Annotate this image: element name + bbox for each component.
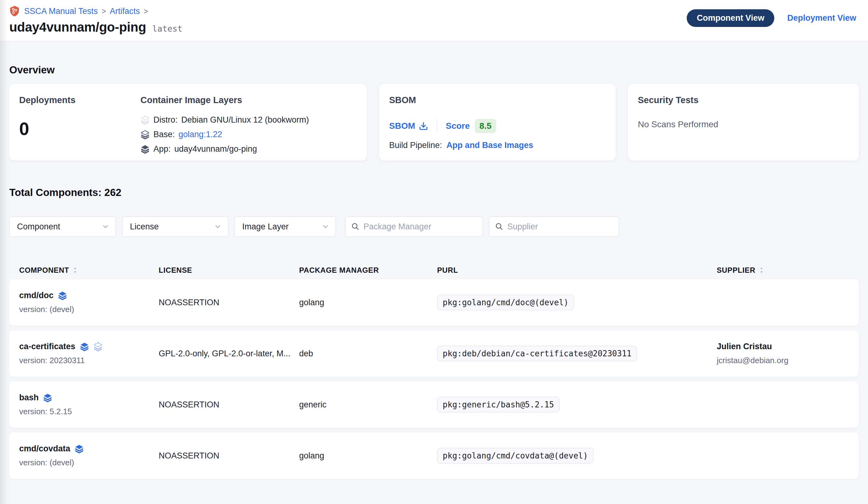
image-layer-filter-dropdown[interactable]: Image Layer — [235, 216, 336, 237]
purl-chip[interactable]: pkg:golang/cmd/covdata@(devel) — [437, 448, 593, 463]
deployments-count: 0 — [19, 118, 141, 139]
column-header-purl: PURL — [437, 266, 717, 275]
column-header-component-label: COMPONENT — [19, 266, 69, 275]
license-filter-dropdown[interactable]: License — [122, 216, 228, 237]
license-cell: NOASSERTION — [159, 298, 299, 308]
table-row-ca-certificates[interactable]: ca-certificates version: 20230311 GPL-2.… — [9, 330, 859, 377]
column-header-license: LICENSE — [159, 266, 299, 275]
package-manager-cell: generic — [299, 400, 437, 410]
breadcrumb-link-artifacts[interactable]: Artifacts — [110, 7, 140, 16]
table-row-cmd-covdata[interactable]: cmd/covdata version: (devel) NOASSERTION… — [9, 433, 859, 479]
sbom-score-badge: 8.5 — [475, 119, 496, 133]
ssca-shield-logo-icon — [9, 6, 20, 17]
build-pipeline-link[interactable]: App and Base Images — [446, 141, 533, 150]
container-image-layers-title: Container Image Layers — [141, 95, 309, 105]
app-layer-icon — [74, 444, 84, 454]
chevron-down-icon — [102, 223, 110, 231]
component-name: cmd/doc — [19, 291, 53, 300]
table-row-cmd-doc[interactable]: cmd/doc version: (devel) NOASSERTION gol… — [9, 279, 859, 326]
sbom-download-label: SBOM — [389, 121, 415, 131]
table-row-bash[interactable]: bash version: 5.2.15 NOASSERTION generic… — [9, 381, 859, 428]
component-view-button[interactable]: Component View — [687, 9, 774, 27]
app-layer-icon — [43, 393, 52, 402]
breadcrumb-separator: > — [101, 7, 107, 16]
package-manager-search-input[interactable] — [363, 222, 477, 232]
column-header-supplier[interactable]: SUPPLIER — [717, 266, 849, 275]
base-image-link[interactable]: golang:1.22 — [178, 130, 222, 139]
security-tests-status: No Scans Performed — [638, 120, 849, 129]
chevron-down-icon — [214, 223, 222, 231]
app-label: App: — [153, 144, 171, 154]
filters-bar: Component License Image Layer — [9, 216, 859, 237]
artifact-tag: latest — [152, 24, 183, 33]
license-cell: NOASSERTION — [159, 400, 299, 410]
sort-icon[interactable] — [72, 266, 78, 274]
divider — [437, 119, 437, 133]
sbom-download-link[interactable]: SBOM — [389, 121, 428, 131]
app-layer-icon — [141, 144, 150, 154]
sbom-card: SBOM SBOM Score 8.5 Build Pipeline: App … — [379, 84, 616, 161]
distro-layer-icon — [141, 115, 150, 125]
view-toggle: Component View Deployment View — [687, 9, 856, 27]
column-header-purl-label: PURL — [437, 266, 458, 275]
app-layer-icon — [58, 291, 67, 300]
security-tests-card: Security Tests No Scans Performed — [628, 84, 859, 161]
component-name: ca-certificates — [19, 342, 75, 351]
distro-layer-row: Distro: Debian GNU/Linux 12 (bookworm) — [141, 115, 309, 125]
page-title: uday4vunnam/go-ping — [9, 20, 146, 35]
chevron-down-icon — [321, 223, 329, 231]
distro-layer-icon — [93, 342, 103, 351]
column-header-component[interactable]: COMPONENT — [19, 266, 159, 275]
license-cell: NOASSERTION — [159, 451, 299, 461]
package-manager-cell: golang — [299, 451, 437, 461]
distro-label: Distro: — [153, 115, 177, 125]
column-header-package-manager-label: PACKAGE MANAGER — [299, 266, 379, 275]
deployments-and-layers-card: Deployments 0 Container Image Layers Dis… — [9, 84, 367, 161]
column-header-license-label: LICENSE — [159, 266, 192, 275]
base-label: Base: — [153, 130, 175, 139]
component-version: version: (devel) — [19, 458, 159, 467]
base-layer-icon — [141, 130, 150, 139]
components-table-header: COMPONENT LICENSE PACKAGE MANAGER PURL S… — [9, 266, 859, 275]
base-layer-row: Base: golang:1.22 — [141, 130, 309, 139]
component-version: version: 20230311 — [19, 356, 159, 365]
total-components-heading: Total Components: 262 — [9, 187, 859, 199]
column-header-supplier-label: SUPPLIER — [717, 266, 755, 275]
overview-heading: Overview — [9, 64, 859, 76]
package-manager-search — [345, 216, 483, 237]
column-header-package-manager: PACKAGE MANAGER — [299, 266, 437, 275]
search-icon — [495, 222, 504, 231]
package-manager-cell: deb — [299, 349, 437, 359]
deployments-label: Deployments — [19, 95, 141, 105]
build-pipeline-label: Build Pipeline: — [389, 141, 442, 150]
sort-icon[interactable] — [758, 266, 765, 274]
sbom-score-label: Score — [446, 121, 470, 131]
purl-chip[interactable]: pkg:deb/debian/ca-certificates@20230311 — [437, 346, 637, 361]
security-tests-title: Security Tests — [638, 95, 849, 105]
component-version: version: (devel) — [19, 305, 159, 314]
app-value: uday4vunnam/go-ping — [175, 144, 257, 154]
search-icon — [351, 222, 360, 231]
component-filter-dropdown[interactable]: Component — [9, 216, 116, 237]
app-layer-row: App: uday4vunnam/go-ping — [141, 144, 309, 154]
license-cell: GPL-2.0-only, GPL-2.0-or-later, M... — [159, 349, 299, 359]
supplier-email: jcristau@debian.org — [717, 356, 849, 365]
supplier-search — [489, 216, 619, 237]
deployment-view-button[interactable]: Deployment View — [787, 13, 856, 23]
page-header: SSCA Manual Tests > Artifacts > uday4vun… — [0, 0, 868, 41]
download-icon — [419, 121, 428, 131]
supplier-name: Julien Cristau — [717, 342, 849, 351]
app-layer-icon — [80, 342, 89, 351]
supplier-search-input[interactable] — [507, 222, 613, 232]
purl-chip[interactable]: pkg:generic/bash@5.2.15 — [437, 397, 560, 412]
component-filter-label: Component — [17, 222, 60, 232]
package-manager-cell: golang — [299, 298, 437, 308]
sbom-card-title: SBOM — [389, 95, 606, 105]
distro-value: Debian GNU/Linux 12 (bookworm) — [181, 115, 309, 125]
purl-chip[interactable]: pkg:golang/cmd/doc@(devel) — [437, 295, 574, 310]
license-filter-label: License — [130, 222, 159, 232]
image-layer-filter-label: Image Layer — [242, 222, 289, 232]
component-version: version: 5.2.15 — [19, 407, 159, 416]
component-name: bash — [19, 393, 39, 402]
breadcrumb-link-ssca-manual-tests[interactable]: SSCA Manual Tests — [24, 7, 98, 16]
